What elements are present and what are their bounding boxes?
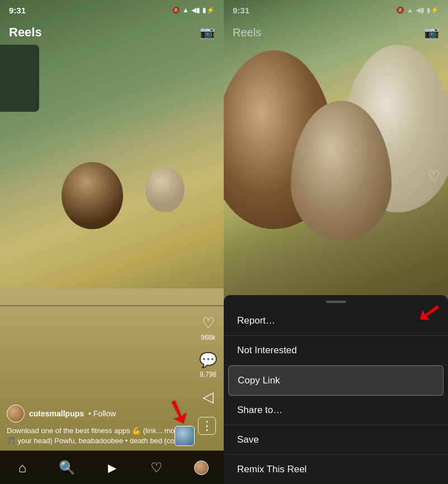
user-avatar[interactable] bbox=[7, 405, 25, 423]
status-icons-left: 🔕 ▲ ◀▮ ▮⚡ bbox=[172, 6, 215, 14]
reels-title-left: Reels bbox=[9, 25, 42, 40]
menu-item-not-interested[interactable]: Not Interested bbox=[224, 336, 448, 366]
wifi-icon-right: ◀▮ bbox=[416, 6, 425, 14]
heart-icon: ♡ bbox=[202, 315, 215, 332]
status-bar-right: 9:31 🔕 ▲ ◀▮ ▮⚡ bbox=[224, 0, 448, 20]
menu-item-share-to[interactable]: Share to… bbox=[224, 396, 448, 425]
bottom-nav: ⌂ 🔍 ▶ ♡ bbox=[0, 450, 224, 484]
nav-home[interactable]: ⌂ bbox=[8, 457, 36, 479]
status-bar-left: 9:31 🔕 ▲ ◀▮ ▮⚡ bbox=[0, 0, 224, 20]
status-time-left: 9:31 bbox=[9, 6, 26, 15]
wifi-icon: ◀▮ bbox=[191, 6, 200, 14]
comment-count: 9,798 bbox=[200, 371, 216, 378]
dog-left bbox=[62, 162, 123, 229]
report-label: Report… bbox=[237, 315, 275, 326]
caption-text: Download one of the best fitness apps 💪 … bbox=[7, 426, 193, 446]
left-panel: 9:31 🔕 ▲ ◀▮ ▮⚡ Reels 📷 ♡ 968k 💬 9,798 ◁ … bbox=[0, 0, 224, 484]
mute-icon-right: 🔕 bbox=[396, 6, 404, 14]
comment-button[interactable]: 💬 9,798 bbox=[199, 352, 217, 378]
battery-icon-right: ▮⚡ bbox=[427, 6, 439, 14]
right-panel: 9:31 🔕 ▲ ◀▮ ▮⚡ Reels 📷 ♡ ➘ Report… Not I… bbox=[224, 0, 448, 484]
sheet-handle bbox=[326, 301, 346, 303]
like-button[interactable]: ♡ 968k bbox=[201, 315, 215, 341]
signal-icon-right: ▲ bbox=[407, 6, 413, 14]
menu-item-remix[interactable]: Remix This Reel bbox=[224, 455, 448, 484]
signal-icon: ▲ bbox=[182, 6, 189, 14]
camera-icon-left[interactable]: 📷 bbox=[200, 25, 215, 40]
dog-area bbox=[28, 101, 196, 246]
side-heart-icon[interactable]: ♡ bbox=[427, 168, 440, 185]
username[interactable]: cutesmallpups bbox=[29, 409, 84, 418]
remix-label: Remix This Reel bbox=[237, 464, 306, 474]
share-button[interactable]: ◁ bbox=[202, 388, 214, 406]
camera-icon-right[interactable]: 📷 bbox=[424, 25, 439, 40]
save-label: Save bbox=[237, 434, 259, 445]
share-to-label: Share to… bbox=[237, 405, 282, 415]
reels-title-right: Reels bbox=[233, 26, 261, 39]
nav-reels[interactable]: ▶ bbox=[98, 457, 126, 479]
menu-item-save[interactable]: Save bbox=[224, 425, 448, 455]
caption-line2: 🎵 your head) Powfu, beabadoobee • death … bbox=[7, 436, 176, 445]
panel-header-right: Reels 📷 bbox=[224, 20, 448, 45]
like-count: 968k bbox=[201, 334, 215, 341]
caption-line1: Download one of the best fitness apps 💪 … bbox=[7, 426, 181, 435]
nav-search[interactable]: 🔍 bbox=[53, 457, 81, 479]
copy-link-label: Copy Link bbox=[238, 375, 280, 386]
three-dots-button[interactable]: ⋮ bbox=[198, 417, 216, 435]
status-time-right: 9:31 bbox=[233, 6, 249, 15]
nav-profile[interactable] bbox=[187, 457, 215, 479]
mute-icon: 🔕 bbox=[172, 6, 180, 14]
panel-header-left: Reels 📷 bbox=[0, 20, 224, 45]
nav-heart[interactable]: ♡ bbox=[143, 457, 171, 479]
status-icons-right: 🔕 ▲ ◀▮ ▮⚡ bbox=[396, 6, 439, 14]
follow-button[interactable]: • Follow bbox=[88, 409, 116, 418]
not-interested-label: Not Interested bbox=[237, 345, 297, 355]
action-buttons: ♡ 968k 💬 9,798 ◁ bbox=[199, 315, 217, 406]
battery-icon: ▮⚡ bbox=[202, 6, 215, 14]
comment-icon: 💬 bbox=[199, 352, 217, 369]
share-icon: ◁ bbox=[202, 388, 214, 406]
dog-right bbox=[145, 168, 185, 212]
profile-avatar bbox=[194, 461, 209, 475]
menu-item-copy-link[interactable]: Copy Link bbox=[228, 366, 444, 396]
